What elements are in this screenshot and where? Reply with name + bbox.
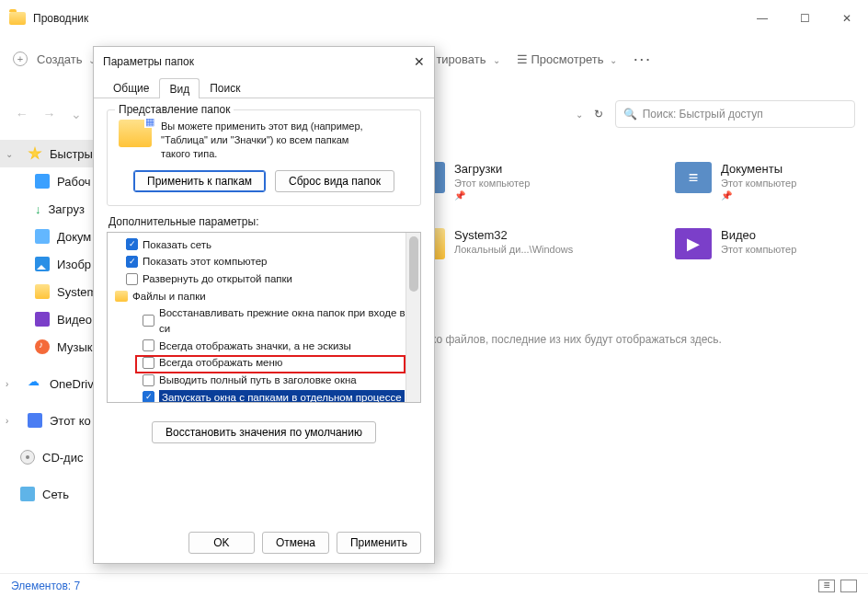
folder-icon [115, 291, 128, 302]
checkbox-unchecked[interactable] [143, 374, 154, 386]
sidebar-item-label: System [57, 285, 97, 299]
view-icon: ☰ [517, 52, 528, 66]
apply-to-folders-button[interactable]: Применить к папкам [133, 170, 266, 192]
item-name: Документы [721, 162, 796, 176]
view-button[interactable]: ☰ Просмотреть [517, 52, 618, 66]
desktop-icon [35, 174, 50, 189]
cloud-icon [28, 376, 42, 391]
scroll-thumb[interactable] [409, 236, 418, 292]
checkbox-unchecked[interactable] [126, 273, 138, 285]
dialog-titlebar: Параметры папок ✕ [94, 47, 434, 76]
forward-button[interactable]: → [40, 107, 59, 121]
download-icon: ↓ [35, 202, 41, 216]
document-icon [35, 229, 50, 244]
checkbox-unchecked[interactable] [143, 315, 154, 327]
apply-button[interactable]: Применить [337, 532, 421, 554]
address-dropdown[interactable] [573, 108, 583, 121]
maximize-button[interactable]: ☐ [783, 4, 826, 33]
status-bar: Элементов: 7 [0, 573, 868, 597]
groupbox-legend: Представление папок [115, 103, 234, 116]
window-title: Проводник [33, 12, 88, 25]
minimize-button[interactable]: — [741, 4, 783, 33]
app-folder-icon [9, 12, 26, 25]
back-button[interactable]: ← [13, 107, 31, 121]
item-location: Локальный ди...\Windows [454, 244, 573, 255]
folder-views-groupbox: Представление папок Вы можете применить … [107, 109, 421, 206]
tab-general[interactable]: Общие [103, 77, 159, 98]
restore-defaults-button[interactable]: Восстановить значения по умолчанию [152, 421, 376, 443]
star-icon [28, 146, 42, 161]
search-input[interactable]: 🔍 Поиск: Быстрый доступ [615, 100, 855, 128]
chevron-right-icon: › [6, 379, 15, 389]
sidebar-item-label: Изобр [57, 258, 91, 271]
tree-item-restore-windows[interactable]: Восстанавливать прежние окна папок при в… [109, 304, 418, 337]
sidebar-item-label: Музык [57, 340, 92, 354]
chevron-right-icon: › [6, 416, 15, 426]
chevron-down-icon [490, 52, 500, 66]
scrollbar[interactable] [405, 233, 420, 402]
details-view-button[interactable] [818, 580, 835, 592]
dialog-tabs: Общие Вид Поиск [94, 76, 434, 98]
pc-icon [28, 413, 42, 428]
tree-item-show-thispc[interactable]: Показать этот компьютер [109, 253, 418, 270]
checkbox-checked[interactable] [126, 238, 138, 250]
ok-button[interactable]: OK [188, 532, 255, 554]
tree-item-separate-process[interactable]: Запускать окна с папками в отдельном про… [109, 389, 418, 403]
sidebar-item-label: Видео [57, 313, 92, 327]
pin-icon: 📌 [454, 190, 530, 201]
view-label: Просмотреть [531, 52, 604, 66]
item-location: Этот компьютер [721, 244, 796, 255]
tree-item-show-network[interactable]: Показать сеть [109, 236, 418, 254]
dialog-close-button[interactable]: ✕ [414, 54, 425, 69]
checkbox-unchecked[interactable] [143, 339, 154, 351]
sidebar-item-label: Докум [57, 230, 91, 244]
checkbox-checked[interactable] [143, 391, 154, 402]
chevron-down-icon [607, 52, 617, 66]
tab-view[interactable]: Вид [159, 78, 200, 98]
tree-item-full-path[interactable]: Выводить полный путь в заголовке окна [109, 372, 418, 389]
sidebar-item-label: Загруз [49, 202, 85, 216]
sidebar-item-label: OneDriv [50, 377, 94, 391]
tree-item-always-menu[interactable]: Всегда отображать меню [109, 354, 418, 372]
item-location: Этот компьютер [454, 178, 530, 189]
tree-group-files-folders[interactable]: Файлы и папки [109, 288, 418, 305]
sidebar-item-label: Быстры [50, 147, 93, 161]
network-icon [20, 487, 35, 501]
tree-item-always-icons[interactable]: Всегда отображать значки, а не эскизы [109, 338, 418, 355]
plus-icon: + [13, 52, 28, 66]
folder-item-video[interactable]: ▶ Видео Этот компьютер [675, 228, 850, 259]
advanced-settings-tree[interactable]: Показать сеть Показать этот компьютер Ра… [107, 232, 421, 403]
create-label: Создать [37, 52, 82, 66]
sidebar-item-label: Этот ко [50, 414, 91, 428]
checkbox-checked[interactable] [126, 256, 138, 268]
sidebar-item-label: Рабоч [57, 175, 91, 189]
create-button[interactable]: + Создать [13, 52, 96, 66]
video-folder-icon: ▶ [675, 228, 712, 259]
cancel-button[interactable]: Отмена [262, 532, 329, 554]
checkbox-unchecked[interactable] [143, 357, 154, 369]
groupbox-description: Вы можете применить этот вид (например, … [161, 120, 363, 161]
sidebar-item-label: CD-дис [42, 451, 83, 465]
tab-search[interactable]: Поиск [200, 77, 250, 98]
close-button[interactable]: ✕ [826, 4, 868, 33]
search-icon: 🔍 [623, 108, 637, 121]
refresh-button[interactable]: ↻ [592, 108, 606, 121]
more-button[interactable]: ··· [634, 52, 652, 66]
folder-options-dialog: Параметры папок ✕ Общие Вид Поиск Предст… [93, 46, 435, 564]
window-titlebar: Проводник — ☐ ✕ [0, 0, 868, 37]
tree-item-expand-open[interactable]: Развернуть до открытой папки [109, 270, 418, 288]
item-name: Загрузки [454, 162, 530, 176]
recent-button[interactable]: ⌄ [67, 107, 86, 121]
folder-item-documents[interactable]: ≡ Документы Этот компьютер 📌 [675, 162, 850, 201]
document-folder-icon: ≡ [675, 162, 712, 193]
reset-folders-button[interactable]: Сброс вида папок [275, 170, 394, 192]
dialog-title: Параметры папок [103, 55, 194, 68]
icons-view-button[interactable] [840, 580, 857, 592]
cd-icon [20, 450, 35, 465]
dialog-footer: OK Отмена Применить [188, 532, 421, 554]
recent-files-hint: колько файлов, последние из них будут от… [408, 333, 850, 346]
music-icon [35, 339, 50, 354]
sort-button[interactable]: тировать [436, 52, 499, 66]
sort-label-fragment: тировать [436, 52, 485, 66]
pin-icon: 📌 [721, 190, 796, 201]
